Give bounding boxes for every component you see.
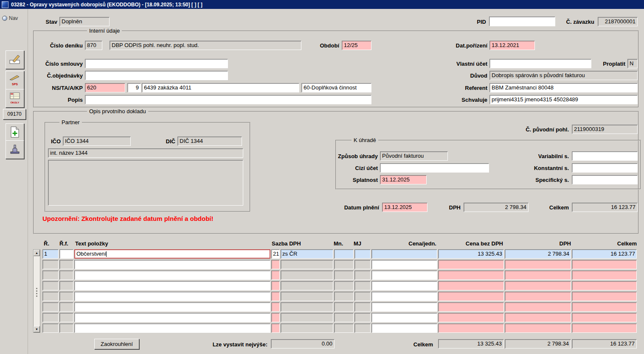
lze-vystavit-field: 0.00: [271, 339, 335, 348]
partner-nazev-field: int. název 1344: [48, 148, 243, 158]
sps-button[interactable]: SPS: [6, 71, 24, 89]
objednavky-label: Č.objednávky: [32, 72, 83, 79]
popis-input[interactable]: [85, 95, 371, 104]
obdobi-label: Období: [297, 42, 339, 49]
cell-cena-bez-dph: 13 325.43: [438, 249, 504, 259]
splatnost-field[interactable]: 31.12.2025: [380, 175, 427, 184]
cell-text[interactable]: [74, 302, 270, 312]
cell-mj[interactable]: [354, 249, 371, 259]
variabilni-input[interactable]: [572, 151, 638, 161]
zaokrouhleni-button[interactable]: Zaokrouhlení: [94, 339, 139, 349]
col-header-r: Ř.: [44, 240, 49, 247]
cell-cena-jedn[interactable]: [371, 313, 437, 322]
cell-rf: [59, 281, 73, 290]
objednavky-input[interactable]: [85, 71, 228, 80]
cell-cena-jedn[interactable]: [371, 302, 437, 312]
cell-celkem: [572, 270, 637, 280]
ta-field[interactable]: 9: [127, 83, 141, 92]
cell-text[interactable]: [74, 323, 270, 333]
cell-sazba[interactable]: [271, 260, 280, 269]
cell-sazba[interactable]: [271, 313, 280, 322]
cell-sazba-text: zs ČR: [281, 249, 333, 259]
cell-mn[interactable]: [334, 249, 354, 259]
cell-mn: [334, 260, 354, 269]
tasks-button[interactable]: ÚKOLY: [6, 89, 24, 108]
col-header-sazba: Sazba DPH: [272, 240, 301, 247]
cell-cena-bez-dph: [438, 323, 504, 333]
add-document-button[interactable]: [6, 123, 24, 142]
datum-plneni-field[interactable]: 13.12.2025: [382, 203, 427, 212]
text-caret-icon: [106, 251, 107, 257]
cell-cena-bez-dph: [438, 292, 504, 301]
zpusob-label: Způsob úhrady: [327, 153, 378, 159]
cell-dph: [505, 313, 571, 322]
cell-dph: [505, 323, 571, 333]
tasks-icon: [10, 92, 20, 101]
cell-rf: [59, 270, 73, 280]
specificky-input[interactable]: [572, 175, 638, 184]
schvaluje-field[interactable]: prijmeni4315 jmeno4315 45028489: [489, 95, 638, 104]
items-table: 1 Občerstvení 21 zs ČR 13 325.43 2 798.3…: [42, 249, 637, 333]
cell-sazba[interactable]: 21: [271, 249, 280, 259]
dat-porizeni-field[interactable]: 13.12.2021: [489, 41, 535, 50]
cell-celkem: [572, 323, 637, 333]
cell-r: [42, 281, 59, 290]
col-header-mj: MJ: [354, 240, 361, 247]
cislo-smlouvy-input[interactable]: [85, 59, 228, 68]
stav-label: Stav: [15, 19, 57, 25]
cell-sazba-text: [281, 270, 333, 280]
vlastni-ucet-input[interactable]: [489, 59, 591, 68]
stamp-button[interactable]: [6, 140, 24, 159]
referent-field[interactable]: BBM Zaměstnanci 80048: [489, 83, 638, 92]
obdobi-field[interactable]: 12/25: [342, 41, 371, 50]
cell-r: [42, 313, 59, 322]
cell-cena-jedn[interactable]: [371, 260, 437, 269]
cislo-deniku-field: 870: [85, 41, 102, 50]
cell-cena-jedn[interactable]: [371, 249, 437, 259]
ico-label: IČO: [40, 138, 61, 145]
cell-cena-jedn[interactable]: [371, 281, 437, 290]
cell-cena-jedn[interactable]: [371, 292, 437, 301]
cell-cena-jedn[interactable]: [371, 270, 437, 280]
cell-text-input[interactable]: Občerstvení: [74, 249, 270, 259]
cell-sazba[interactable]: [271, 323, 280, 333]
popis-label: Popis: [32, 97, 83, 103]
cell-dph: [505, 281, 571, 290]
cell-text[interactable]: [74, 260, 270, 269]
cell-rf: [59, 292, 73, 301]
warning-message: Upozornění: Zkontrolujte zadané datum pl…: [42, 215, 214, 222]
cell-text[interactable]: [74, 281, 270, 290]
scroll-up-icon[interactable]: ▲: [34, 250, 40, 256]
scroll-down-icon[interactable]: ▼: [34, 326, 40, 332]
zakazka-field[interactable]: 6439 zakázka 4011: [142, 83, 299, 92]
cell-rf[interactable]: [59, 249, 73, 259]
pid-label: PID: [444, 19, 486, 25]
col-header-text: Text položky: [75, 240, 108, 247]
cizi-ucet-input[interactable]: [380, 163, 489, 173]
cell-mj: [354, 323, 371, 333]
cell-sazba-text: [281, 281, 333, 290]
cell-sazba[interactable]: [271, 270, 280, 280]
cell-sazba[interactable]: [271, 281, 280, 290]
cell-text-value: Občerstvení: [76, 251, 106, 257]
sign-button[interactable]: [6, 50, 24, 69]
cell-sazba[interactable]: [271, 292, 280, 301]
ns-field[interactable]: 620: [85, 83, 125, 92]
referent-label: Referent: [428, 85, 487, 91]
cell-rf: [59, 260, 73, 269]
cell-cena-jedn[interactable]: [371, 323, 437, 333]
cell-sazba[interactable]: [271, 302, 280, 312]
lze-vystavit-label: Lze vystavit nejvýše:: [195, 341, 267, 348]
cell-text[interactable]: [74, 313, 270, 322]
kp-field[interactable]: 60-Doplňková činnost: [301, 83, 371, 92]
zavazek-field: 2187000001: [598, 17, 638, 26]
cell-text[interactable]: [74, 270, 270, 280]
footer-celkem-label: Celkem: [391, 341, 433, 348]
cell-celkem: [572, 292, 637, 301]
table-scrollbar[interactable]: ▲ ▼: [33, 249, 40, 333]
konstantni-input[interactable]: [572, 163, 638, 173]
zavazek-label: Č. závazku: [543, 19, 594, 25]
cell-text[interactable]: [74, 292, 270, 301]
cell-mj: [354, 260, 371, 269]
cell-r: [42, 323, 59, 333]
